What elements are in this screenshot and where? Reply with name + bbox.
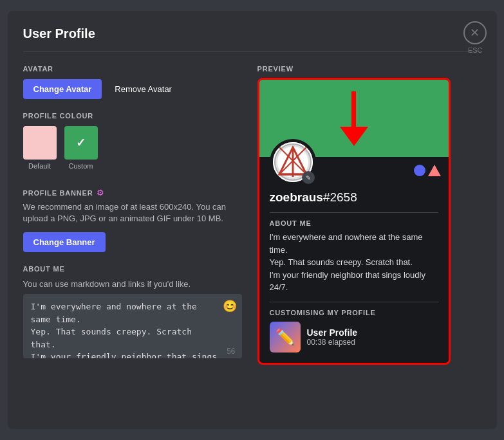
activity-emoji: ✏️ (275, 328, 295, 346)
left-panel: AVATAR Change Avatar Remove Avatar PROFI… (23, 65, 242, 414)
profile-banner-section: PROFILE BANNER ⚙ We recommend an image o… (23, 188, 242, 252)
activity-details: User Profile 00:38 elapsed (307, 327, 358, 347)
custom-swatch-box: ✓ (64, 126, 98, 160)
profile-card: ✎ zoebraus#2658 ABOUT ME (257, 78, 451, 365)
red-arrow (340, 91, 368, 146)
checkmark-icon: ✓ (76, 136, 86, 150)
right-panel: PREVIEW (257, 65, 481, 414)
badge-triangle (428, 165, 441, 176)
discriminator-text: #2658 (323, 190, 357, 204)
close-button[interactable]: ✕ (463, 21, 487, 44)
profile-badges (414, 165, 441, 176)
card-about-me-text: I'm everywhere and nowhere at the same t… (270, 231, 438, 294)
card-divider (270, 212, 438, 213)
custom-swatch-label: Custom (69, 162, 93, 170)
profile-username: zoebraus#2658 (270, 190, 438, 205)
avatar-container: ✎ (270, 139, 316, 185)
banner-label-row: PROFILE BANNER ⚙ (23, 188, 242, 197)
edit-icon: ✎ (306, 174, 311, 181)
card-about-me-label: ABOUT ME (270, 219, 438, 227)
arrow-shaft (351, 91, 356, 127)
modal-title: User Profile (23, 26, 481, 41)
avatar-edit-button[interactable]: ✎ (302, 171, 315, 184)
badge-circle (414, 165, 425, 176)
default-colour-swatch[interactable]: Default (23, 126, 57, 170)
change-avatar-button[interactable]: Change Avatar (23, 79, 102, 99)
user-profile-modal: User Profile ✕ ESC AVATAR Change Avatar … (8, 11, 497, 429)
close-icon: ✕ (470, 26, 480, 40)
avatar-section: AVATAR Change Avatar Remove Avatar (23, 65, 242, 99)
remove-avatar-button[interactable]: Remove Avatar (104, 79, 182, 99)
arrow-head (340, 127, 368, 146)
content-layout: AVATAR Change Avatar Remove Avatar PROFI… (23, 65, 481, 414)
char-count: 56 (227, 347, 235, 356)
default-swatch-box (23, 126, 57, 160)
customising-label: CUSTOMISING MY PROFILE (270, 309, 438, 316)
activity-name: User Profile (307, 327, 358, 338)
profile-colour-section: PROFILE COLOUR Default ✓ Custom (23, 112, 242, 175)
about-me-input[interactable] (23, 294, 242, 358)
profile-banner-label: PROFILE BANNER (23, 189, 93, 197)
nitro-icon: ⚙ (97, 188, 104, 197)
about-me-description: You can use markdown and links if you'd … (23, 279, 242, 289)
custom-colour-swatch[interactable]: ✓ Custom (64, 126, 98, 170)
title-divider (23, 51, 481, 52)
about-me-textarea-wrapper: 😊 56 (23, 294, 242, 361)
about-me-section-label: ABOUT ME (23, 265, 242, 273)
avatar-section-label: AVATAR (23, 65, 242, 73)
change-banner-button[interactable]: Change Banner (23, 232, 106, 252)
activity-icon: ✏️ (270, 322, 301, 353)
about-me-section: ABOUT ME You can use markdown and links … (23, 265, 242, 361)
preview-label: PREVIEW (257, 65, 481, 73)
activity-row: ✏️ User Profile 00:38 elapsed (270, 322, 438, 353)
esc-label: ESC (468, 46, 483, 54)
avatar-buttons: Change Avatar Remove Avatar (23, 79, 242, 99)
banner-description: We recommend an image of at least 600x24… (23, 201, 242, 225)
profile-card-body: ✎ zoebraus#2658 ABOUT ME (259, 157, 449, 363)
card-divider-2 (270, 302, 438, 302)
emoji-button[interactable]: 😊 (223, 299, 237, 313)
activity-elapsed: 00:38 elapsed (307, 338, 358, 347)
username-text: zoebraus (270, 190, 323, 204)
profile-colour-label: PROFILE COLOUR (23, 112, 242, 120)
default-swatch-label: Default (28, 162, 51, 170)
colour-options: Default ✓ Custom (23, 126, 242, 170)
